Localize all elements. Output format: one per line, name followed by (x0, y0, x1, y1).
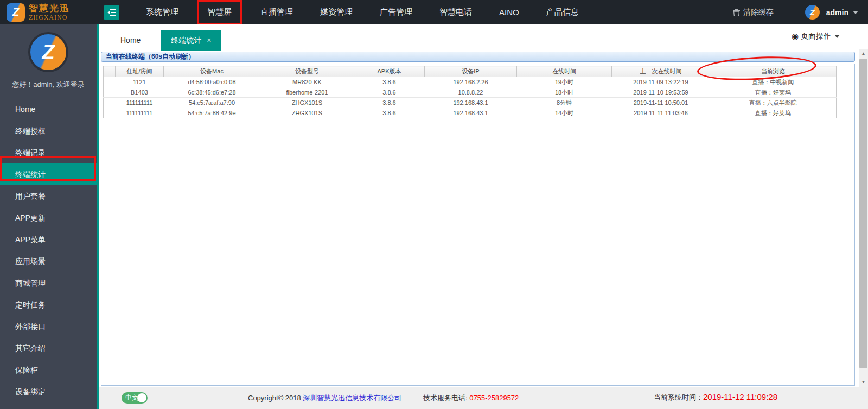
cell-apk-version: 3.8.6 (354, 108, 425, 118)
sidebar: Z 您好！admin, 欢迎登录 Home终端授权终端记录终端统计用户套餐APP… (0, 24, 97, 409)
col-header-current-view: 当前浏览 (710, 66, 837, 77)
cell-mac: 6c:38:45:d6:e7:28 (164, 87, 260, 98)
tab-label: 终端统计 (171, 36, 201, 45)
scroll-down-button[interactable]: ▼ (859, 377, 868, 387)
chevron-down-icon (853, 11, 858, 14)
page-actions-label: 页面操作 (801, 32, 831, 41)
cell-online-time: 14小时 (517, 108, 612, 118)
tab-bar: Home终端统计× ◉ 页面操作 (99, 24, 868, 51)
cell-apk-version: 3.8.6 (354, 87, 425, 98)
collapse-menu-icon (107, 9, 116, 16)
cell-current-view: 直播：中视新闻 (710, 77, 837, 87)
cell-apk-version: 3.8.6 (354, 98, 425, 108)
cell-online-time: 19小时 (517, 77, 612, 87)
table-panel: 住址/房间设备Mac设备型号APK版本设备IP在线时间上一次在线时间当前浏览 1… (101, 64, 855, 386)
sidebar-item-4[interactable]: 用户套餐 (0, 185, 97, 207)
system-time-value: 2019-11-12 11:09:28 (703, 392, 777, 401)
sidebar-item-5[interactable]: APP更新 (0, 207, 97, 229)
row-select (104, 77, 116, 87)
brand-logo-icon: Z (7, 3, 25, 22)
service-phone-number: 0755-25829572 (469, 394, 519, 402)
sidebar-item-13[interactable]: 设备绑定 (0, 381, 97, 402)
nav-item-7[interactable]: 产品信息 (538, 0, 588, 24)
cell-model: fiberhome-2201 (260, 87, 354, 98)
cell-ip: 192.168.43.1 (425, 98, 517, 108)
nav-item-2[interactable]: 直播管理 (252, 0, 302, 24)
sidebar-accent-strip (97, 24, 99, 409)
cell-ip: 192.168.43.1 (425, 108, 517, 118)
cell-model: ZHGX101S (260, 98, 354, 108)
language-label: 中文 (125, 393, 138, 402)
nav-item-6[interactable]: AINO (490, 0, 528, 24)
sidebar-item-8[interactable]: 商城管理 (0, 272, 97, 294)
row-select (104, 87, 116, 98)
nav-item-3[interactable]: 媒资管理 (311, 0, 361, 24)
page-actions-button[interactable]: ◉ 页面操作 (792, 32, 840, 41)
sidebar-item-11[interactable]: 其它介绍 (0, 337, 97, 359)
col-header-mac: 设备Mac (164, 66, 260, 77)
tab-0[interactable]: Home (108, 30, 152, 51)
username: admin (826, 8, 848, 17)
sidebar-item-12[interactable]: 保险柜 (0, 359, 97, 381)
clear-cache-button[interactable]: 清除缓存 (733, 8, 774, 17)
trash-icon (733, 9, 740, 16)
sidebar-item-6[interactable]: APP菜单 (0, 229, 97, 250)
col-header-online-time: 在线时间 (517, 66, 612, 77)
sidebar-collapse-button[interactable] (104, 5, 119, 20)
cell-current-view: 直播：好莱坞 (710, 87, 837, 98)
sidebar-item-9[interactable]: 定时任务 (0, 294, 97, 316)
sidebar-item-10[interactable]: 外部接口 (0, 316, 97, 337)
cell-mac: 54:c5:7a:88:42:9e (164, 108, 260, 118)
cell-last-online: 2019-11-11 11:03:46 (612, 108, 710, 118)
tab-label: Home (120, 36, 141, 45)
company-link[interactable]: 深圳智慧光迅信息技术有限公司 (303, 394, 401, 402)
online-terminals-infobar: 当前在线终端（60s自动刷新） (101, 52, 855, 62)
cell-ip: 192.168.2.26 (425, 77, 517, 87)
table-header-row: 住址/房间设备Mac设备型号APK版本设备IP在线时间上一次在线时间当前浏览 (104, 66, 837, 77)
tab-close-icon[interactable]: × (207, 36, 211, 45)
terminals-table: 住址/房间设备Mac设备型号APK版本设备IP在线时间上一次在线时间当前浏览 1… (103, 66, 837, 118)
table-row: 11111111154:c5:7a:af:a7:90ZHGX101S3.8.61… (104, 98, 837, 108)
vertical-scrollbar[interactable]: ▲ ▼ (859, 49, 868, 387)
col-header-blank (104, 66, 116, 77)
scroll-up-button[interactable]: ▲ (859, 49, 868, 58)
language-toggle[interactable]: 中文 (122, 392, 148, 404)
col-header-ip: 设备IP (425, 66, 517, 77)
nav-item-4[interactable]: 广告管理 (371, 0, 421, 24)
sidebar-item-0[interactable]: Home (0, 98, 97, 120)
user-avatar: Z (805, 5, 820, 20)
table-row: 11111111154:c5:7a:88:42:9eZHGX101S3.8.61… (104, 108, 837, 118)
row-select (104, 98, 116, 108)
sidebar-logo: Z (28, 32, 68, 72)
nav-item-5[interactable]: 智慧电话 (431, 0, 481, 24)
table-row: 1121d4:58:00:a0:c0:08MR820-KK3.8.6192.16… (104, 77, 837, 87)
col-header-address: 住址/房间 (116, 66, 164, 77)
user-menu[interactable]: Z admin (805, 5, 858, 20)
sidebar-item-2[interactable]: 终端记录 (0, 142, 97, 163)
footer: 中文 Copyright© 2018 深圳智慧光迅信息技术有限公司 技术服务电话… (99, 387, 868, 409)
tab-1[interactable]: 终端统计× (161, 30, 221, 51)
cell-last-online: 2019-11-10 19:53:59 (612, 87, 710, 98)
service-phone: 技术服务电话: 0755-25829572 (423, 393, 519, 403)
cell-current-view: 直播：六点半影院 (710, 98, 837, 108)
clear-cache-label: 清除缓存 (743, 8, 774, 17)
sidebar-item-1[interactable]: 终端授权 (0, 120, 97, 142)
brand-subtitle: ZHGXAINO (29, 14, 70, 21)
cell-mac: d4:58:00:a0:c0:08 (164, 77, 260, 87)
topbar: Z 智慧光迅 ZHGXAINO 系统管理智慧屏直播管理媒资管理广告管理智慧电话A… (0, 0, 868, 24)
table-row: B14036c:38:45:d6:e7:28fiberhome-22013.8.… (104, 87, 837, 98)
cell-address: 1121 (116, 77, 164, 87)
nav-item-1[interactable]: 智慧屏 (197, 0, 242, 24)
radio-dot-icon: ◉ (792, 32, 799, 41)
nav-item-0[interactable]: 系统管理 (137, 0, 187, 24)
topbar-nav: 系统管理智慧屏直播管理媒资管理广告管理智慧电话AINO产品信息 (132, 0, 592, 24)
sidebar-item-3[interactable]: 终端统计 (0, 163, 97, 185)
sidebar-item-7[interactable]: 应用场景 (0, 250, 97, 272)
toggle-knob-icon (137, 393, 146, 402)
cell-last-online: 2019-11-09 13:22:19 (612, 77, 710, 87)
app-logo: Z 智慧光迅 ZHGXAINO (0, 3, 97, 22)
cell-model: ZHGX101S (260, 108, 354, 118)
col-header-last-online: 上一次在线时间 (612, 66, 710, 77)
tabbar-separator (781, 30, 781, 46)
scrollbar-thumb[interactable] (859, 59, 867, 368)
